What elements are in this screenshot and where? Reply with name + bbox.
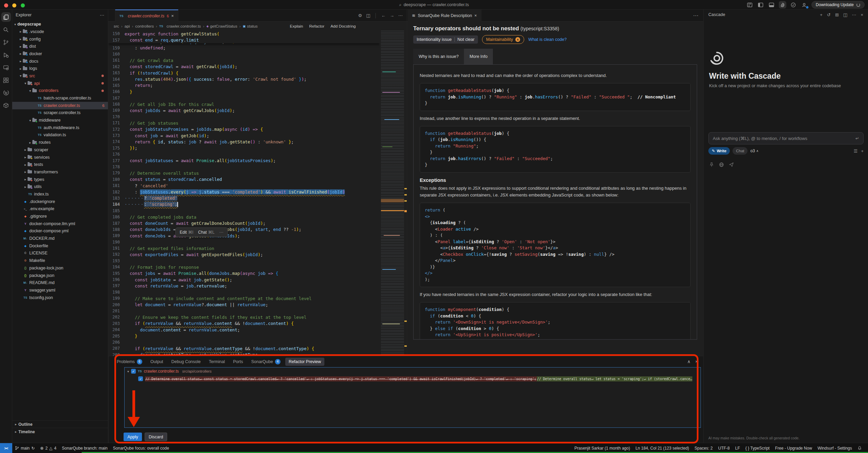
code-line[interactable]: 166 } [108,89,380,95]
run-debug-icon[interactable] [1,50,11,60]
enter-icon[interactable]: ↵ [855,136,859,141]
panel-tab-problems[interactable]: Problems6 [113,358,146,366]
apply-button[interactable]: Apply [124,433,142,441]
docs-book-icon[interactable]: ◫ [843,12,847,17]
tree-item-.env.example[interactable]: >_.env.example [12,205,108,213]
code-line[interactable]: 169 const jobIds = await getCrawlJobs(jo… [108,107,380,113]
nav-back-icon[interactable]: ← [381,13,386,18]
tab-sonarqube-rule-description[interactable]: ≋ SonarQube Rule Description × [408,10,481,21]
explorer-icon[interactable] [1,12,11,22]
tree-item-services[interactable]: ▸services [12,154,108,161]
write-mode-button[interactable]: ✎Write [708,147,730,155]
tree-item-docker-compose.yml[interactable]: ◆docker-compose.yml [12,228,108,235]
code-line[interactable]: 150export async function getCrawlStatus( [108,31,380,37]
notifications-bell-icon[interactable] [855,443,865,453]
status-item[interactable]: UTF-8 [716,443,733,453]
code-line[interactable]: 207 if (returnValue && returnValue.conte… [108,345,380,352]
tree-item-routes[interactable]: ▸routes [12,139,108,146]
code-line[interactable]: 182 : jobStatuses.every(j => j.status ==… [108,189,380,195]
code-line[interactable]: 175 }); [108,145,380,151]
code-line[interactable]: 168 // Get all job IDs for this crawl [108,101,380,107]
widget-more-icon[interactable]: ⋯ [219,230,223,235]
breadcrumb-item[interactable]: src [114,24,119,29]
tree-item-.gitignore[interactable]: ◆.gitignore [12,213,108,220]
more-icon[interactable]: ⋯ [852,12,856,17]
tree-item-src[interactable]: ▾src [12,72,108,80]
file-checkbox[interactable]: ✓ [131,369,136,374]
outline-section[interactable]: ▸ Outline [12,420,108,428]
status-item[interactable]: Prasenjit Sarkar (1 month ago) [572,443,633,453]
code-area[interactable]: 158 ? start + parseInt(req.query.limit, … [108,31,380,356]
send-icon[interactable] [729,162,734,169]
remote-window-icon[interactable] [1,63,11,72]
code-line[interactable]: 206 [108,339,380,345]
tree-item-validation.ts[interactable]: TSvalidation.ts [12,131,108,139]
tree-item-DOCKER.md[interactable]: M↓DOCKER.md [12,235,108,242]
close-tab-icon[interactable]: × [171,13,174,18]
apps-grid-icon[interactable]: ⊞ [835,12,839,17]
tree-item-.dockerignore[interactable]: ◆.dockerignore [12,198,108,205]
chat-mode-button[interactable]: Chat [733,147,748,155]
chat-button[interactable]: Chat⌘L [198,230,214,235]
code-line[interactable]: 176 [108,151,380,157]
code-line[interactable]: 188 const doneJobIds = await getCrawlDon… [108,226,380,233]
code-line[interactable]: 197 const returnValue = job.returnvalue; [108,283,380,289]
panel-tab-debug-console[interactable]: Debug Console [168,358,204,366]
tree-item-LICENSE[interactable]: ©LICENSE [12,250,108,257]
cascade-toggle-icon[interactable] [779,1,786,9]
codelens-explain[interactable]: Explain [290,24,303,29]
tab-crawler-controller[interactable]: TS crawler.controller.ts 6 × [115,10,178,21]
tree-item-config[interactable]: ▸config [12,35,108,43]
tree-root-deepscrape[interactable]: ▾ deepscrape [12,20,108,28]
code-line[interactable]: 187 const doneCount = await getCrawlDone… [108,220,380,226]
breadcrumb-item[interactable]: TScrawler.controller.ts [159,24,201,29]
sonarqube-icon[interactable] [1,88,11,97]
tree-item-scraper[interactable]: ▸scraper [12,146,108,154]
task-list-icon[interactable]: ☰ [854,149,858,154]
toggle-panel-icon[interactable] [768,1,775,9]
code-line[interactable]: 192 const exportedFiles = await getExpor… [108,251,380,257]
panel-tab-ports[interactable]: Ports [230,358,246,366]
tree-item-transformers[interactable]: ▸transformers [12,168,108,176]
tab-why-issue[interactable]: Why is this an issue? [413,49,464,64]
more-actions-icon[interactable]: ⋯ [398,13,403,18]
tree-item-api[interactable]: ▾api [12,80,108,87]
downloading-update-button[interactable]: Downloading Update [811,1,865,9]
problems-status[interactable]: ⊗2 △4 [37,443,59,453]
tree-item-utils[interactable]: ▸utils [12,183,108,190]
code-line[interactable]: 191 // Get exported files information [108,245,380,251]
code-line[interactable]: 181 ? 'cancelled' [108,183,380,189]
add-icon[interactable]: + [861,149,864,154]
pin-icon[interactable] [709,162,714,169]
close-icon[interactable]: × [861,12,863,17]
code-line[interactable]: 185 [108,208,380,214]
code-line[interactable]: 198 [108,289,380,295]
tree-item-tsconfig.json[interactable]: TStsconfig.json [12,294,108,301]
tree-item-README.md[interactable]: M↓README.md [12,279,108,286]
tree-item-scraper.controller.ts[interactable]: TSscraper.controller.ts [12,109,108,117]
code-line[interactable]: 184······: 'scraping'; [108,201,380,207]
tree-item-auth.middleware.ts[interactable]: TSauth.middleware.ts [12,124,108,131]
code-line[interactable]: 180 const status = storedCrawl.cancelled [108,176,380,183]
code-line[interactable]: 165 return; [108,82,380,89]
code-line[interactable]: 194 // Format jobs for response [108,264,380,270]
close-panel-icon[interactable]: × [695,359,698,364]
status-item[interactable]: Ln 184, Col 21 (123 selected) [633,443,692,453]
tree-item-logs[interactable]: ▸logs [12,65,108,72]
code-line[interactable]: 161 // Get crawl data [108,57,380,63]
tree-item-middleware[interactable]: ▾middleware [12,116,108,124]
tree-item-Makefile[interactable]: ⚙Makefile [12,257,108,264]
code-line[interactable]: 190 [108,239,380,245]
tab-more-info[interactable]: More Info [464,49,493,64]
timeline-section[interactable]: ▸ Timeline [12,428,108,435]
git-branch-status[interactable]: main ↻ [12,443,37,453]
sticky-scroll[interactable]: 150export async function getCrawlStatus(… [108,31,380,43]
panel-tab-refactor-preview[interactable]: Refactor Preview [285,358,324,366]
code-line[interactable]: 179 // Determine overall status [108,170,380,176]
code-line[interactable]: 199 // Make sure to include content and … [108,295,380,301]
containers-icon[interactable] [1,100,11,110]
code-line[interactable]: 189 const doneJobs = await getJobs(doneJ… [108,233,380,239]
tree-item-docs[interactable]: ▸docs [12,58,108,65]
extensions-icon[interactable] [1,75,11,85]
status-item[interactable]: { } TypeScript [743,443,772,453]
